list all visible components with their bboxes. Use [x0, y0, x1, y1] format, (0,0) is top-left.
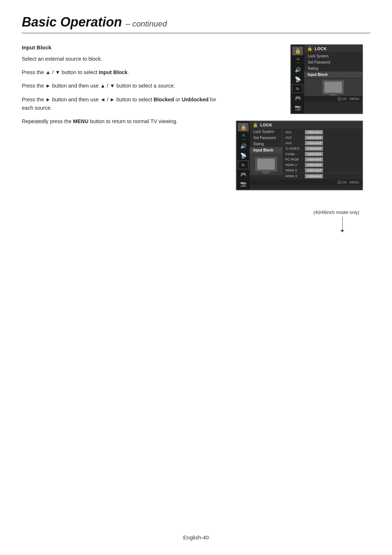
para-3: Press the ► button and then use ▲ / ▼ bu…: [22, 82, 225, 90]
menu-item-set-password-large: Set Password: [250, 135, 282, 141]
sidebar-icon-display: 📱: [292, 56, 303, 65]
ok-icon-small: ✦: [338, 97, 341, 101]
menu-items-small: Lock System Set Password Rating Input Bl…: [304, 52, 362, 78]
menu-inner-large: 🔒 📱 🔊 📡 21 🎮 📷 🔒 LOCK: [237, 121, 362, 190]
page-container: Basic Operation – continued Input Block …: [0, 0, 392, 237]
menu-item-lock-system: Lock System: [304, 53, 362, 59]
menu-item-rating-large: Rating: [250, 141, 282, 147]
menu-title-small: LOCK: [315, 46, 327, 51]
ok-btn-small: ✦ OK: [338, 97, 347, 101]
hdmi3-arrow: [340, 217, 344, 232]
sidebar-icon-lock-large: 🔒: [238, 123, 249, 131]
sidebar-icon-num: 21: [292, 84, 303, 93]
menu-main-large: 🔒 LOCK Lock System: [250, 121, 362, 190]
sidebar-icon-camera: 📷: [292, 103, 303, 112]
page-footer: English-40: [0, 534, 392, 540]
tv-screen-large: [257, 159, 275, 170]
menu-screenshot-large: 🔒 📱 🔊 📡 21 🎮 📷 🔒 LOCK: [236, 121, 363, 190]
menu-sidebar-large: 🔒 📱 🔊 📡 21 🎮 📷: [237, 121, 250, 190]
annotation-caption: (40/46inch model only): [236, 210, 363, 215]
lock-icon-small: 🔒: [307, 46, 313, 51]
input-row-av2: AV2 Unblocked: [282, 135, 362, 140]
input-row-pcrgb: PC-RGB Unblocked: [282, 157, 362, 162]
arrow-line: [342, 217, 343, 230]
sidebar-icon-lock: 🔒: [292, 46, 303, 55]
tv-screen-small: [324, 82, 342, 93]
lock-icon-large: 🔒: [253, 122, 258, 127]
sidebar-icon-audio-large: 🔊: [238, 142, 249, 150]
menu-btn-large: MENU: [350, 181, 360, 184]
input-row-svideo: S-VIDEO Unblocked: [282, 146, 362, 151]
input-row-hdmi1: HDMI 1 Unblocked: [282, 162, 362, 167]
tv-silhouette-small: [322, 80, 344, 94]
menu-btn-small: MENU: [350, 97, 360, 101]
menu-sidebar-small: 🔒 📱 🔊 📡 21 🎮 📷: [291, 45, 304, 113]
title-text: Basic Operation: [22, 15, 122, 29]
menu-screenshot-small: 🔒 📱 🔊 📡 21 🎮 📷 🔒 LOCK: [290, 44, 363, 114]
sidebar-icon-game-large: 🎮: [238, 170, 249, 179]
tv-image-small: [304, 78, 362, 96]
title-suffix: – continued: [126, 19, 167, 28]
menu-left-col: Lock System Set Password Rating: [250, 129, 282, 179]
menu-header-large: 🔒 LOCK: [250, 121, 362, 129]
menu-bottom-large: ✦ OK MENU: [250, 179, 362, 185]
hdmi3-arrow-wrapper: 🔒 📱 🔊 📡 21 🎮 📷 🔒 LOCK: [236, 121, 363, 215]
page-title: Basic Operation – continued: [22, 15, 167, 29]
sidebar-icon-display-large: 📱: [238, 132, 249, 141]
menu-item-input-block-highlighted: Input Block: [304, 72, 362, 78]
menu-header-small: 🔒 LOCK: [304, 45, 362, 52]
menu-item-input-block-large: Input Block: [250, 147, 282, 153]
tv-image-large: [250, 153, 282, 175]
section-title: Input Block: [22, 44, 225, 50]
sidebar-icon-audio: 🔊: [292, 65, 303, 74]
menu-two-col: Lock System Set Password Rating: [250, 129, 362, 179]
menu-inner-small: 🔒 📱 🔊 📡 21 🎮 📷 🔒 LOCK: [291, 45, 362, 113]
menu-item-lock-system-large: Lock System: [250, 129, 282, 135]
input-row-hdmi3: HDMI 3 Unblocked: [282, 173, 362, 179]
tv-silhouette-large: [255, 157, 277, 171]
text-section: Input Block Select an external source to…: [22, 44, 225, 215]
input-row-av3: AV3 Unblocked: [282, 140, 362, 146]
menu-main-small: 🔒 LOCK Lock System Set Password Rati: [304, 45, 362, 113]
screenshots-area: 🔒 📱 🔊 📡 21 🎮 📷 🔒 LOCK: [232, 44, 363, 215]
input-row-hdmi2: HDMI 2 Unblocked: [282, 167, 362, 173]
para-1: Select an external source to block.: [22, 55, 225, 63]
sidebar-icon-camera-large: 📷: [238, 179, 249, 188]
para-4: Press the ► button and then use ◄ / ► bu…: [22, 96, 225, 112]
para-5: Repeatedly press the MENU button to retu…: [22, 117, 225, 126]
sidebar-icon-channel: 📡: [292, 75, 303, 84]
menu-title-large: LOCK: [260, 123, 272, 127]
sidebar-icon-game: 🎮: [292, 94, 303, 102]
page-header: Basic Operation – continued: [22, 15, 370, 33]
sidebar-icon-num-large: 21: [238, 161, 249, 169]
menu-bottom-small: ✦ OK MENU: [304, 96, 362, 102]
footer-text: English-40: [183, 534, 209, 540]
input-sources-col: AV1 Unblocked AV2 Unblocked AV3: [282, 129, 362, 179]
content-area: Input Block Select an external source to…: [22, 44, 370, 215]
arrow-tip: [340, 230, 344, 232]
input-row-comp: Comp. Unblocked: [282, 151, 362, 157]
menu-item-set-password: Set Password: [304, 59, 362, 65]
input-row-av1: AV1 Unblocked: [282, 129, 362, 135]
para-2: Press the ▲ / ▼ button to select Input B…: [22, 68, 225, 77]
menu-item-rating: Rating: [304, 65, 362, 72]
sidebar-icon-channel-large: 📡: [238, 151, 249, 160]
ok-icon-large: ✦: [338, 181, 341, 184]
ok-btn-large: ✦ OK: [338, 181, 347, 184]
